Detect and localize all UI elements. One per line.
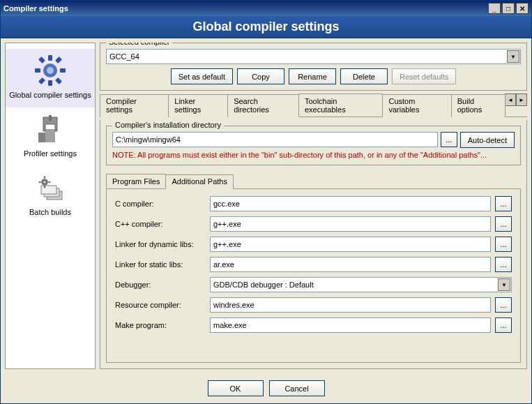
sub-tab-content: C compiler: ... C++ compiler: ... Linker… [106,189,521,363]
debugger-dropdown[interactable]: GDB/CDB debugger : Default ▼ [210,277,512,292]
install-dir-input[interactable] [112,132,438,147]
tabs-scroll-left[interactable]: ◄ [505,93,516,106]
sidebar: Global compiler settings Profiler settin… [5,43,96,369]
browse-button[interactable]: ... [495,196,512,211]
main-panel: Selected compiler GCC_64 ▼ Set as defaul… [100,43,527,369]
batch-icon [29,170,71,205]
form-label: Debugger: [115,280,206,289]
browse-button[interactable]: ... [495,216,512,232]
sidebar-item-label: Global compiler settings [9,91,91,99]
svg-rect-4 [35,68,40,73]
row-debugger: Debugger: GDB/CDB debugger : Default ▼ [115,277,512,292]
copy-button[interactable]: Copy [237,68,284,84]
svg-rect-6 [38,57,45,63]
svg-rect-19 [44,186,45,188]
svg-rect-20 [39,181,41,183]
svg-rect-21 [48,181,50,183]
row-make-program: Make program: ... [115,317,512,333]
window-controls: _ □ ✕ [488,3,529,14]
tab-custom-variables[interactable]: Custom variables [382,94,451,117]
svg-rect-8 [55,57,62,63]
svg-rect-12 [49,115,52,121]
sidebar-item-profiler[interactable]: Profiler settings [6,107,95,166]
tabs-scroll-right[interactable]: ► [516,93,527,106]
tab-toolchain-executables[interactable]: Toolchain executables [298,93,383,117]
minimize-button[interactable]: _ [488,3,501,14]
form-label: Linker for static libs: [115,260,206,269]
main-tabs: Compiler settings Linker settings Search… [100,93,527,117]
sidebar-item-batch[interactable]: Batch builds [6,166,95,225]
fieldset-legend: Selected compiler [106,43,172,46]
install-dir-note: NOTE: All programs must exist either in … [112,151,515,159]
tab-search-directories[interactable]: Search directories [227,94,299,117]
window-title: Compiler settings [3,4,488,13]
row-linker-static: Linker for static libs: ... [115,257,512,272]
cpp-compiler-input[interactable] [210,216,491,232]
maximize-button[interactable]: □ [502,3,515,14]
selected-compiler-fieldset: Selected compiler GCC_64 ▼ Set as defaul… [100,43,527,91]
close-button[interactable]: ✕ [516,3,529,14]
svg-rect-9 [38,77,45,84]
browse-button[interactable]: ... [495,257,512,272]
linker-static-input[interactable] [210,257,491,272]
install-dir-fieldset: Compiler's installation directory ... Au… [106,126,521,165]
dropdown-value: GDB/CDB debugger : Default [213,280,314,289]
svg-rect-18 [44,177,45,179]
form-label: C++ compiler: [115,220,206,228]
compiler-dropdown[interactable]: GCC_64 ▼ [106,49,521,64]
tab-compiler-settings[interactable]: Compiler settings [100,94,169,117]
chevron-down-icon: ▼ [507,50,519,63]
svg-rect-11 [45,129,55,142]
ok-button[interactable]: OK [208,380,264,396]
row-linker-dynamic: Linker for dynamic libs: ... [115,237,512,252]
tab-content: Compiler's installation directory ... Au… [100,120,527,369]
row-c-compiler: C compiler: ... [115,196,512,211]
browse-button[interactable]: ... [495,317,512,333]
content: Global compiler settings Profiler settin… [1,38,531,373]
svg-rect-5 [60,68,66,73]
linker-dynamic-input[interactable] [210,237,491,252]
svg-rect-7 [55,77,62,84]
tab-build-options[interactable]: Build options [451,94,506,117]
page-title: Global compiler settings [1,16,531,38]
c-compiler-input[interactable] [210,196,491,211]
browse-button[interactable]: ... [441,132,457,147]
dropdown-value: GCC_64 [109,52,139,61]
svg-rect-3 [48,80,52,86]
chevron-down-icon: ▼ [498,278,510,291]
auto-detect-button[interactable]: Auto-detect [460,132,515,148]
reset-defaults-button: Reset defaults [392,68,456,84]
set-default-button[interactable]: Set as default [171,68,233,84]
rename-button[interactable]: Rename [289,68,336,84]
window: Compiler settings _ □ ✕ Global compiler … [0,0,532,404]
svg-rect-15 [41,186,56,194]
resource-compiler-input[interactable] [210,297,491,313]
tab-linker-settings[interactable]: Linker settings [168,94,228,117]
make-program-input[interactable] [210,317,491,333]
form-label: C compiler: [115,200,206,208]
form-label: Resource compiler: [115,301,206,309]
footer: OK Cancel [1,373,531,403]
delete-button[interactable]: Delete [340,68,388,84]
fieldset-legend: Compiler's installation directory [112,121,224,129]
titlebar: Compiler settings _ □ ✕ [1,1,531,16]
gear-icon [29,53,71,88]
sub-tabs: Program Files Additional Paths [106,174,521,189]
row-resource-compiler: Resource compiler: ... [115,297,512,313]
profiler-icon [29,112,71,147]
cancel-button[interactable]: Cancel [269,380,325,396]
form-label: Make program: [115,321,206,329]
form-label: Linker for dynamic libs: [115,240,206,248]
row-cpp-compiler: C++ compiler: ... [115,216,512,232]
browse-button[interactable]: ... [495,297,512,313]
browse-button[interactable]: ... [495,237,512,252]
sidebar-item-label: Profiler settings [24,149,77,158]
svg-rect-2 [48,55,52,61]
svg-point-17 [43,181,46,184]
svg-point-1 [47,67,54,74]
sub-tab-additional-paths[interactable]: Additional Paths [165,174,234,189]
tabs-scroll: ◄ ► [505,93,527,117]
sidebar-item-label: Batch builds [29,208,71,216]
sub-tab-program-files[interactable]: Program Files [106,174,166,188]
sidebar-item-global-compiler[interactable]: Global compiler settings [6,49,95,107]
